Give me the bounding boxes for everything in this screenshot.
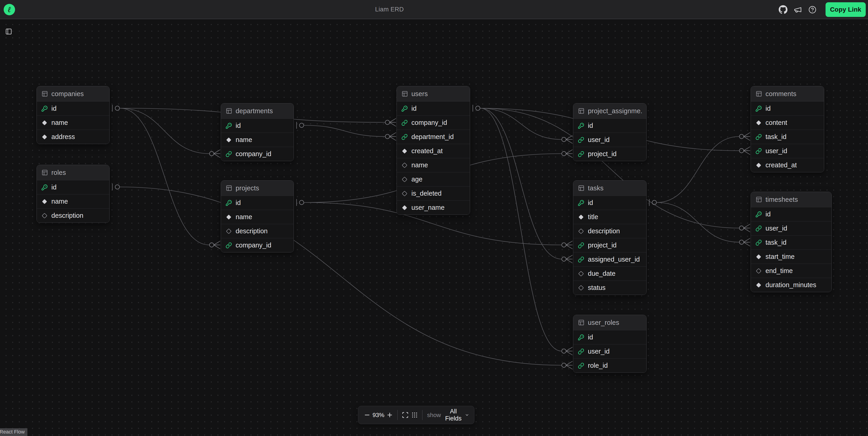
table-node-companies[interactable]: companiesidnameaddress: [36, 86, 110, 144]
table-header-timesheets[interactable]: timesheets: [751, 192, 832, 207]
zoom-in-button[interactable]: [386, 410, 394, 420]
field-row-project_assignments-project_id[interactable]: project_id: [573, 147, 646, 161]
field-row-projects-company_id[interactable]: company_id: [221, 238, 293, 252]
field-row-users-user_name[interactable]: user_name: [397, 200, 470, 215]
not-null-icon: [401, 148, 408, 154]
foreign-key-icon: [225, 242, 232, 249]
field-row-users-is_deleted[interactable]: is_deleted: [397, 186, 470, 200]
not-null-icon: [401, 205, 408, 211]
field-row-companies-address[interactable]: address: [37, 130, 110, 144]
zoom-out-button[interactable]: [363, 410, 371, 420]
field-row-tasks-assigned_user_id[interactable]: assigned_user_id: [573, 252, 646, 267]
liam-logo[interactable]: ℓ: [4, 4, 15, 15]
field-row-departments-name[interactable]: name: [221, 133, 293, 147]
field-row-roles-description[interactable]: description: [37, 209, 110, 223]
megaphone-icon[interactable]: [792, 0, 804, 19]
field-row-users-company_id[interactable]: company_id: [397, 116, 470, 130]
table-node-departments[interactable]: departmentsidnamecompany_id: [221, 103, 294, 161]
primary-key-icon: [755, 211, 762, 218]
field-row-roles-name[interactable]: name: [37, 194, 110, 209]
field-row-roles-id[interactable]: id: [37, 180, 110, 194]
react-flow-attribution[interactable]: React Flow: [0, 428, 27, 436]
field-row-users-id[interactable]: id: [397, 101, 470, 116]
github-icon[interactable]: [777, 0, 789, 19]
field-row-comments-id[interactable]: id: [751, 101, 824, 116]
help-icon[interactable]: [806, 0, 818, 19]
field-name: name: [51, 198, 68, 205]
field-row-user_roles-role_id[interactable]: role_id: [573, 359, 646, 373]
table-header-companies[interactable]: companies: [37, 86, 110, 101]
table-node-project_assignments[interactable]: project_assignme...iduser_idproject_id: [573, 103, 647, 161]
field-row-departments-company_id[interactable]: company_id: [221, 147, 293, 161]
field-row-project_assignments-id[interactable]: id: [573, 119, 646, 133]
field-name: id: [411, 105, 417, 112]
table-header-projects[interactable]: projects: [221, 181, 293, 196]
field-row-users-department_id[interactable]: department_id: [397, 130, 470, 144]
show-fields-dropdown[interactable]: All Fields: [444, 408, 469, 422]
table-title: projects: [236, 184, 259, 192]
not-null-icon: [755, 282, 762, 288]
field-row-projects-id[interactable]: id: [221, 196, 293, 210]
not-null-icon: [755, 254, 762, 260]
nullable-icon: [401, 176, 408, 183]
field-name: description: [236, 227, 268, 235]
sidebar-toggle-button[interactable]: [3, 26, 14, 37]
table-node-comments[interactable]: commentsidcontenttask_iduser_idcreated_a…: [751, 86, 824, 173]
field-row-tasks-due_date[interactable]: due_date: [573, 267, 646, 281]
toolbar-divider: [397, 410, 398, 420]
field-row-timesheets-task_id[interactable]: task_id: [751, 235, 832, 249]
field-row-companies-name[interactable]: name: [37, 116, 110, 130]
field-row-comments-task_id[interactable]: task_id: [751, 130, 824, 144]
field-row-project_assignments-user_id[interactable]: user_id: [573, 133, 646, 147]
table-header-user_roles[interactable]: user_roles: [573, 315, 646, 330]
field-row-timesheets-start_time[interactable]: start_time: [751, 249, 832, 263]
field-row-tasks-status[interactable]: status: [573, 281, 646, 295]
field-name: user_id: [588, 136, 610, 144]
erd-canvas[interactable]: companiesidnameaddressrolesidnamedescrip…: [0, 0, 868, 436]
field-row-tasks-project_id[interactable]: project_id: [573, 238, 646, 252]
field-row-tasks-id[interactable]: id: [573, 196, 646, 210]
table-node-timesheets[interactable]: timesheetsiduser_idtask_idstart_timeend_…: [751, 192, 832, 292]
field-row-users-created_at[interactable]: created_at: [397, 144, 470, 158]
field-row-comments-user_id[interactable]: user_id: [751, 144, 824, 158]
field-row-users-name[interactable]: name: [397, 158, 470, 172]
field-row-tasks-description[interactable]: description: [573, 224, 646, 238]
foreign-key-icon: [578, 242, 584, 249]
field-row-timesheets-id[interactable]: id: [751, 207, 832, 221]
field-row-users-age[interactable]: age: [397, 172, 470, 186]
fit-view-button[interactable]: [401, 410, 409, 420]
field-row-user_roles-id[interactable]: id: [573, 330, 646, 344]
field-row-comments-created_at[interactable]: created_at: [751, 158, 824, 172]
field-row-departments-id[interactable]: id: [221, 119, 293, 133]
table-icon: [578, 185, 585, 191]
table-header-tasks[interactable]: tasks: [573, 181, 646, 196]
table-header-users[interactable]: users: [397, 86, 470, 101]
field-name: user_id: [766, 147, 787, 155]
field-row-timesheets-user_id[interactable]: user_id: [751, 221, 832, 235]
table-header-departments[interactable]: departments: [221, 103, 293, 119]
tidy-up-button[interactable]: [411, 410, 419, 420]
table-header-project_assignments[interactable]: project_assignme...: [573, 103, 646, 119]
field-row-tasks-title[interactable]: title: [573, 210, 646, 224]
table-header-roles[interactable]: roles: [37, 165, 110, 180]
field-row-comments-content[interactable]: content: [751, 116, 824, 130]
field-row-projects-name[interactable]: name: [221, 210, 293, 224]
field-row-projects-description[interactable]: description: [221, 224, 293, 238]
field-name: project_id: [588, 150, 617, 158]
field-row-timesheets-end_time[interactable]: end_time: [751, 263, 832, 278]
table-node-projects[interactable]: projectsidnamedescriptioncompany_id: [221, 180, 294, 252]
field-row-timesheets-duration_minutes[interactable]: duration_minutes: [751, 278, 832, 292]
table-header-comments[interactable]: comments: [751, 86, 824, 101]
table-node-roles[interactable]: rolesidnamedescription: [36, 165, 110, 223]
field-row-user_roles-user_id[interactable]: user_id: [573, 344, 646, 359]
field-name: id: [236, 122, 241, 129]
copy-link-button[interactable]: Copy Link: [826, 2, 866, 17]
table-node-users[interactable]: usersidcompany_iddepartment_idcreated_at…: [397, 86, 470, 215]
table-node-tasks[interactable]: tasksidtitledescriptionproject_idassigne…: [573, 180, 647, 295]
table-node-user_roles[interactable]: user_rolesiduser_idrole_id: [573, 315, 647, 373]
primary-key-icon: [225, 200, 232, 206]
not-null-icon: [41, 198, 48, 205]
edge-tasks.id-to-timesheets.task_id: [657, 203, 739, 242]
not-null-icon: [225, 214, 232, 220]
field-row-companies-id[interactable]: id: [37, 101, 110, 116]
